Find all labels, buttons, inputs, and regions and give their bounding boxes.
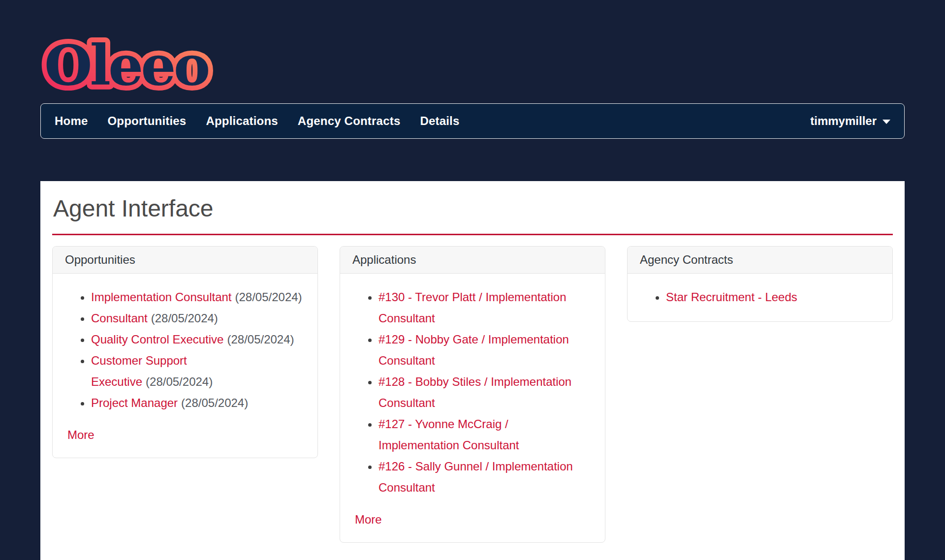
agency-contracts-panel: Agency Contracts Star Recruitment - Leed… (627, 246, 893, 322)
opportunity-date: (28/05/2024) (146, 375, 213, 388)
opportunity-date: (28/05/2024) (181, 396, 248, 409)
user-menu-dropdown[interactable]: timmymiller (810, 114, 890, 128)
opportunities-panel: Opportunities Implementation Consultant(… (52, 246, 318, 458)
applications-panel-title: Applications (340, 247, 605, 274)
nav-item-applications[interactable]: Applications (196, 114, 287, 128)
application-link[interactable]: #127 - Yvonne McCraig / Implementation C… (378, 417, 519, 452)
caret-down-icon (882, 120, 890, 124)
list-item: Project Manager(28/05/2024) (91, 392, 303, 413)
page-container: Oleeo Home Opportunities Applications Ag… (40, 0, 905, 560)
application-link[interactable]: #126 - Sally Gunnel / Implementation Con… (378, 460, 573, 494)
list-item: #127 - Yvonne McCraig / Implementation C… (378, 413, 590, 456)
opportunity-link[interactable]: Quality Control Executive (91, 333, 223, 346)
dashboard-panels: Opportunities Implementation Consultant(… (52, 246, 893, 543)
brand-logo: Oleeo (40, 0, 905, 103)
nav-item-opportunities[interactable]: Opportunities (97, 114, 196, 128)
applications-more-link[interactable]: More (355, 511, 382, 529)
main-content-card: Agent Interface Opportunities Implementa… (40, 181, 905, 560)
list-item: Quality Control Executive(28/05/2024) (91, 329, 303, 350)
agency-contracts-panel-body: Star Recruitment - Leeds (628, 274, 892, 321)
list-item: Customer Support Executive(28/05/2024) (91, 350, 303, 392)
applications-list: #130 - Trevor Platt / Implementation Con… (355, 286, 590, 498)
main-navbar: Home Opportunities Applications Agency C… (40, 103, 905, 139)
list-item: #128 - Bobby Stiles / Implementation Con… (378, 371, 590, 413)
agency-contracts-list: Star Recruitment - Leeds (642, 286, 878, 308)
user-menu-label: timmymiller (810, 114, 877, 128)
opportunity-date: (28/05/2024) (227, 333, 294, 346)
agency-contract-link[interactable]: Star Recruitment - Leeds (666, 290, 797, 304)
oleeo-logo-icon: Oleeo (40, 25, 237, 106)
list-item: #129 - Nobby Gate / Implementation Consu… (378, 329, 590, 371)
opportunity-link[interactable]: Project Manager (91, 396, 178, 409)
nav-item-details[interactable]: Details (410, 114, 469, 128)
opportunities-more-link[interactable]: More (67, 426, 94, 444)
nav-item-agency-contracts[interactable]: Agency Contracts (288, 114, 410, 128)
opportunity-date: (28/05/2024) (235, 290, 302, 304)
application-link[interactable]: #130 - Trevor Platt / Implementation Con… (378, 290, 567, 325)
opportunities-panel-body: Implementation Consultant(28/05/2024) Co… (53, 274, 317, 458)
list-item: #126 - Sally Gunnel / Implementation Con… (378, 456, 590, 498)
application-link[interactable]: #128 - Bobby Stiles / Implementation Con… (378, 375, 571, 409)
nav-item-home[interactable]: Home (45, 114, 97, 128)
page-title: Agent Interface (52, 181, 893, 222)
list-item: Star Recruitment - Leeds (666, 286, 878, 308)
list-item: #130 - Trevor Platt / Implementation Con… (378, 286, 590, 329)
applications-panel-body: #130 - Trevor Platt / Implementation Con… (340, 274, 605, 542)
agency-contracts-panel-title: Agency Contracts (628, 247, 892, 274)
opportunity-link[interactable]: Consultant (91, 311, 148, 325)
list-item: Implementation Consultant(28/05/2024) (91, 286, 303, 308)
opportunities-list: Implementation Consultant(28/05/2024) Co… (67, 286, 303, 413)
opportunities-panel-title: Opportunities (53, 247, 317, 274)
application-link[interactable]: #129 - Nobby Gate / Implementation Consu… (378, 333, 569, 367)
title-divider (52, 234, 893, 235)
opportunity-link[interactable]: Implementation Consultant (91, 290, 232, 304)
list-item: Consultant(28/05/2024) (91, 308, 303, 329)
opportunity-date: (28/05/2024) (151, 311, 218, 325)
applications-panel: Applications #130 - Trevor Platt / Imple… (340, 246, 605, 543)
logo-text: Oleeo (44, 33, 209, 97)
